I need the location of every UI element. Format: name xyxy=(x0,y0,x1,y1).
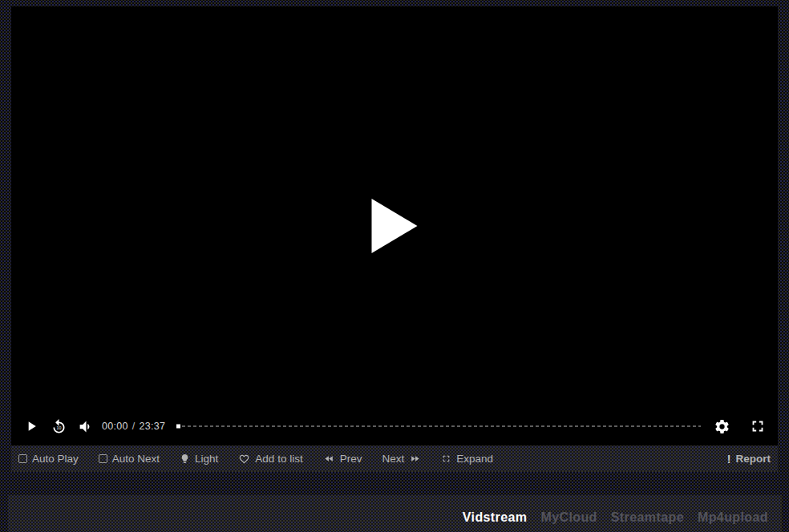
exclamation-icon: ! xyxy=(727,453,731,465)
server-tab-mycloud[interactable]: MyCloud xyxy=(540,510,597,525)
server-tab-streamtape[interactable]: Streamtape xyxy=(611,510,684,525)
server-tab-vidstream[interactable]: Vidstream xyxy=(463,510,528,525)
next-label: Next xyxy=(382,453,404,465)
expand-icon xyxy=(441,453,451,464)
checkbox-icon xyxy=(18,454,27,463)
video-player[interactable]: 10 00:00 / 23:37 xyxy=(11,6,778,445)
report-label: Report xyxy=(736,453,771,465)
prev-double-arrow-icon xyxy=(323,453,335,464)
time-duration: 23:37 xyxy=(140,421,166,432)
server-selection-panel: Vidstream MyCloud Streamtape Mp4upload xyxy=(8,495,782,532)
right-controls xyxy=(712,417,767,436)
auto-next-label: Auto Next xyxy=(112,453,160,465)
auto-play-toggle[interactable]: Auto Play xyxy=(18,453,79,465)
page-background: 10 00:00 / 23:37 xyxy=(0,0,789,532)
gear-icon xyxy=(714,418,730,435)
fullscreen-button[interactable] xyxy=(748,417,767,436)
settings-button[interactable] xyxy=(712,417,731,436)
checkbox-icon xyxy=(99,454,107,463)
light-toggle[interactable]: Light xyxy=(180,453,218,465)
player-controls-bar: 10 00:00 / 23:37 xyxy=(11,411,778,441)
add-to-list-label: Add to list xyxy=(255,453,302,465)
heart-outline-icon xyxy=(238,453,250,465)
lightbulb-icon xyxy=(180,453,190,465)
replay-10-icon: 10 xyxy=(51,418,67,435)
auto-play-label: Auto Play xyxy=(32,453,79,465)
add-to-list-button[interactable]: Add to list xyxy=(238,453,302,465)
expand-label: Expand xyxy=(456,453,493,465)
svg-text:10: 10 xyxy=(56,425,61,430)
replay-10-button[interactable]: 10 xyxy=(49,417,68,436)
light-label: Light xyxy=(195,453,218,465)
player-options-toolbar: Auto Play Auto Next Light Add to list xyxy=(11,445,778,472)
expand-button[interactable]: Expand xyxy=(441,453,493,465)
time-separator: / xyxy=(132,421,136,432)
play-button[interactable] xyxy=(22,417,41,436)
progress-playhead[interactable] xyxy=(176,425,180,429)
server-tab-mp4upload[interactable]: Mp4upload xyxy=(698,510,768,525)
play-icon xyxy=(23,418,39,434)
next-episode-button[interactable]: Next xyxy=(382,453,421,465)
time-current: 00:00 xyxy=(102,421,128,432)
auto-next-toggle[interactable]: Auto Next xyxy=(99,453,160,465)
volume-button[interactable] xyxy=(76,417,95,436)
next-double-arrow-icon xyxy=(409,453,421,464)
progress-track xyxy=(176,425,701,427)
big-play-button[interactable] xyxy=(372,199,418,253)
prev-episode-button[interactable]: Prev xyxy=(323,453,362,465)
time-display: 00:00 / 23:37 xyxy=(102,421,165,432)
prev-label: Prev xyxy=(340,453,362,465)
volume-up-icon xyxy=(78,418,95,435)
report-button[interactable]: ! Report xyxy=(727,453,771,465)
progress-bar[interactable] xyxy=(176,422,701,430)
fullscreen-icon xyxy=(749,417,767,435)
